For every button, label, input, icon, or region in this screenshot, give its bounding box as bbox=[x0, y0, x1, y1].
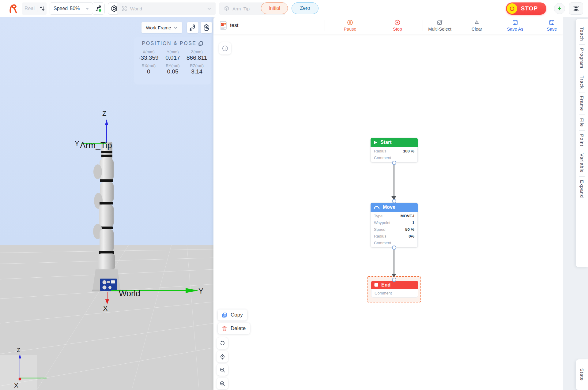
chevron-down-icon bbox=[174, 26, 178, 29]
tip-z-label: Z bbox=[102, 110, 106, 117]
node-row: Waypoint1 bbox=[371, 219, 417, 226]
app-logo-icon bbox=[7, 3, 18, 14]
mode-toggle[interactable]: Real bbox=[22, 2, 47, 15]
save-button[interactable]: Save bbox=[547, 19, 557, 32]
connector-port[interactable] bbox=[392, 246, 396, 250]
play-icon bbox=[374, 141, 377, 144]
robot-status-button[interactable] bbox=[92, 2, 105, 15]
move-node-header: Move bbox=[371, 203, 418, 212]
save-as-button[interactable]: Save As bbox=[507, 19, 523, 32]
sidebar-tab-file[interactable]: File bbox=[579, 115, 585, 130]
trajectory-toggle-button[interactable] bbox=[187, 22, 198, 33]
mode-label: Real bbox=[22, 6, 37, 11]
connector-port[interactable] bbox=[392, 199, 396, 203]
cube-icon bbox=[224, 6, 230, 12]
zoom-out-icon bbox=[219, 367, 226, 373]
position-pose-panel: POSITION & POSE X(mm)-33.359 Y(mm)0.017 … bbox=[134, 37, 211, 84]
program-file-name: test bbox=[230, 22, 238, 28]
sidebar-tab-track[interactable]: Track bbox=[579, 72, 585, 92]
work-frame-view-select[interactable]: Work Frame bbox=[141, 22, 182, 33]
zoom-in-button[interactable] bbox=[217, 378, 228, 389]
stop-button-label: STOP bbox=[521, 5, 543, 12]
flow-connector-line bbox=[394, 250, 394, 274]
pause-icon bbox=[347, 19, 353, 26]
speed-label: Speed bbox=[54, 6, 68, 11]
end-node[interactable]: End Comment bbox=[371, 281, 418, 298]
power-status-button[interactable] bbox=[554, 3, 565, 14]
pose-panel-title: POSITION & POSE bbox=[142, 41, 197, 46]
stop-program-button[interactable]: Stop bbox=[393, 19, 402, 32]
exit-fullscreen-button[interactable] bbox=[569, 2, 583, 15]
cube-rotate-icon bbox=[202, 24, 210, 32]
end-square-icon bbox=[374, 283, 378, 287]
zoom-in-icon bbox=[219, 381, 226, 387]
zoom-out-button[interactable] bbox=[217, 364, 228, 376]
sidebar-tab-state[interactable]: State bbox=[576, 359, 588, 390]
multi-select-button[interactable]: Multi-Select bbox=[428, 19, 451, 32]
speed-select[interactable]: Speed 50% bbox=[50, 2, 93, 15]
tip-frame-label: Arm_Tip bbox=[80, 141, 112, 150]
speed-value: 50% bbox=[70, 6, 80, 11]
connector-port[interactable] bbox=[392, 161, 396, 165]
node-row: TypeMOVEJ bbox=[371, 212, 417, 219]
end-node-header: End bbox=[371, 281, 418, 289]
pause-button[interactable]: Pause bbox=[344, 19, 356, 32]
delete-node-button[interactable]: Delete bbox=[218, 323, 250, 334]
divider bbox=[423, 20, 423, 31]
start-node[interactable]: Start Radius100 % Comment bbox=[371, 138, 418, 162]
tip-z-arrowhead bbox=[105, 119, 108, 125]
file-icon bbox=[220, 21, 227, 30]
chevron-down-icon bbox=[85, 8, 89, 10]
sidebar-tab-teach[interactable]: Teach bbox=[579, 24, 585, 44]
flow-arrowhead bbox=[391, 274, 396, 277]
locate-icon bbox=[219, 354, 226, 360]
world-x-label: X bbox=[103, 304, 108, 313]
undo-button[interactable] bbox=[217, 337, 228, 349]
move-node[interactable]: Move TypeMOVEJ Waypoint1 Speed50 % Radiu… bbox=[371, 203, 418, 247]
divider bbox=[325, 20, 325, 31]
zero-pose-button[interactable]: Zero bbox=[292, 2, 318, 14]
work-frame-dropdown[interactable]: World bbox=[117, 2, 216, 15]
sidebar-tab-program[interactable]: Program bbox=[579, 45, 585, 72]
sidebar-tab-point[interactable]: Point bbox=[579, 131, 585, 150]
copy-icon[interactable] bbox=[198, 41, 203, 46]
frame-icon bbox=[121, 6, 127, 12]
locate-center-button[interactable] bbox=[217, 351, 228, 362]
sidebar-tab-variable[interactable]: Variable bbox=[579, 150, 585, 176]
view-reset-button[interactable] bbox=[201, 22, 212, 33]
swap-vertical-icon bbox=[37, 5, 47, 12]
divider bbox=[457, 20, 457, 31]
copy-node-button[interactable]: Copy bbox=[218, 309, 247, 321]
program-panel: test Pause Stop Multi-Select Clear Save … bbox=[213, 17, 563, 390]
connector-port[interactable] bbox=[392, 278, 396, 282]
multi-select-icon bbox=[437, 19, 443, 26]
clear-button[interactable]: Clear bbox=[472, 19, 482, 32]
tool-frame-dropdown-value: Arm_Tip bbox=[232, 6, 250, 11]
sidebar-tab-expand[interactable]: Expand bbox=[579, 177, 585, 201]
initial-pose-button[interactable]: Initial bbox=[261, 2, 288, 14]
gizmo-x-label: X bbox=[14, 382, 18, 389]
compress-icon bbox=[573, 5, 579, 12]
world-y-label: Y bbox=[198, 287, 203, 295]
work-frame-dropdown-value: World bbox=[130, 6, 142, 11]
work-frame-view-label: Work Frame bbox=[146, 25, 171, 30]
power-icon bbox=[507, 3, 517, 14]
chevron-down-icon bbox=[207, 7, 211, 10]
program-file-tab[interactable]: test bbox=[220, 21, 238, 30]
sidebar-tab-frame[interactable]: Frame bbox=[579, 92, 585, 114]
node-row: Radius0% bbox=[371, 233, 417, 239]
save-as-icon bbox=[512, 19, 518, 26]
info-button[interactable] bbox=[219, 42, 231, 54]
node-row: Radius100 % bbox=[371, 148, 417, 154]
emergency-stop-button[interactable]: STOP bbox=[506, 2, 546, 15]
save-icon bbox=[549, 19, 555, 26]
world-frame-label: World bbox=[119, 289, 140, 298]
pose-cell: RY(rad)0.05 bbox=[161, 61, 185, 75]
3d-viewport[interactable]: Z Y Arm_Tip World Y X Z X Work Frame POS… bbox=[0, 17, 213, 390]
pose-cell: Z(mm)866.811 bbox=[185, 47, 209, 61]
program-header: test Pause Stop Multi-Select Clear Save … bbox=[213, 17, 563, 34]
copy-docs-icon bbox=[221, 312, 228, 318]
move-arc-icon bbox=[374, 205, 380, 209]
pose-cell: RZ(rad)3.14 bbox=[185, 61, 209, 75]
pose-cell: Y(mm)0.017 bbox=[161, 47, 185, 61]
